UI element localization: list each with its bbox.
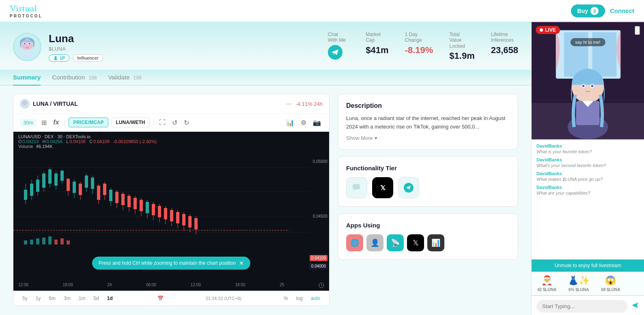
calendar-button[interactable]: 📅: [155, 294, 166, 302]
stat-market-cap-value: $41m: [366, 45, 388, 56]
svg-point-98: [591, 85, 593, 87]
auto-button[interactable]: auto: [308, 294, 323, 302]
chart-header: LUNA / VIRTUAL --- -4.11% 24h: [13, 94, 329, 114]
app-icon-1[interactable]: 🌐: [346, 234, 363, 251]
header-right: Buy 9 Connect: [571, 4, 634, 17]
svg-rect-76: [30, 240, 33, 244]
redo-button[interactable]: ↻: [182, 117, 191, 128]
tooltip-close-button[interactable]: ✕: [239, 260, 244, 266]
svg-rect-67: [176, 212, 179, 223]
stat-tvl-value: $1.9m: [449, 51, 474, 61]
avatar-image: [14, 34, 40, 60]
stat-inferences-label: Lifetime Inferences: [491, 32, 518, 43]
reward-item-2[interactable]: 👗✨ 6% $LUNA: [562, 272, 595, 295]
log-button[interactable]: log: [294, 294, 305, 302]
period-3m[interactable]: 3m: [61, 294, 73, 302]
timestamp: 21:14:22 (UTC+8): [206, 296, 241, 301]
reward-item-3[interactable]: 😱 69 $LUNA: [595, 272, 626, 295]
pct-button[interactable]: %: [281, 294, 291, 302]
chart-change-info: --- -4.11% 24h: [286, 101, 323, 107]
period-5d[interactable]: 5d: [91, 294, 101, 302]
tab-price-mcap[interactable]: PRICE/MCAP: [69, 118, 108, 127]
period-1m[interactable]: 1m: [76, 294, 88, 302]
price-low: 0.04000: [310, 262, 327, 269]
undo-button[interactable]: ↺: [170, 117, 179, 128]
live-anime-bg: say hi to me!: [532, 22, 644, 139]
profile-ticker: $LUNA: [49, 46, 103, 52]
candle-type-button[interactable]: ⊞: [40, 117, 48, 128]
live-dot: [540, 28, 543, 32]
app-icon-2[interactable]: 👤: [366, 234, 383, 251]
fx-button[interactable]: fx: [52, 117, 60, 128]
x-icon: 𝕏: [380, 184, 386, 192]
unmute-bar[interactable]: Unmute to enjoy full livestream: [532, 259, 644, 272]
header: Virtual PROTOCOL Buy 9 Connect: [0, 0, 644, 22]
price-high: 0.05000: [313, 159, 327, 164]
stat-chat-label: Chat With Me: [328, 32, 349, 43]
svg-rect-79: [48, 236, 52, 244]
chart-time-labels: 12:00 18:00 24 06:00 12:00 18:00 25: [13, 281, 329, 291]
svg-rect-17: [24, 190, 27, 200]
period-1d[interactable]: 1d: [105, 294, 115, 302]
svg-rect-80: [54, 240, 58, 244]
tab-summary[interactable]: Summary: [13, 70, 41, 86]
svg-line-85: [321, 285, 323, 286]
svg-rect-53: [134, 198, 137, 209]
chat-message-1: DavidBanks What is your favorite token?: [536, 144, 639, 154]
content-area: LUNA / VIRTUAL --- -4.11% 24h 30m ⊞ fx |…: [0, 86, 531, 306]
svg-rect-23: [42, 174, 45, 188]
settings-button[interactable]: ⚙: [299, 117, 308, 128]
logo-text: Virtual: [10, 3, 37, 14]
telegram-icon: [404, 183, 414, 193]
chat-icon-button[interactable]: [346, 177, 367, 198]
interval-30m[interactable]: 30m: [20, 118, 37, 127]
live-say-text: say hi to me!: [570, 38, 605, 46]
period-5y[interactable]: 5y: [20, 294, 30, 302]
tab-validate[interactable]: Validate 198: [108, 70, 141, 86]
badge-1p: 1P: [49, 54, 69, 62]
fullscreen-button[interactable]: ⛶: [157, 117, 167, 128]
svg-point-8: [54, 58, 57, 60]
live-close-button[interactable]: ×: [635, 26, 640, 35]
apps-row: 🌐 👤 📡 𝕏 📊: [346, 234, 510, 251]
description-text: Luna, once a radiant star of the interne…: [346, 114, 510, 131]
chart-body[interactable]: 0.05000 0.04500 0.04109 0.04000: [13, 151, 329, 281]
twitter-icon-button[interactable]: 𝕏: [372, 177, 393, 198]
stat-inferences-value: 23,658: [491, 45, 518, 56]
svg-rect-65: [170, 210, 173, 221]
period-1y[interactable]: 1y: [33, 294, 43, 302]
functionality-title: Functionality Tier: [346, 165, 510, 171]
live-video: LIVE ×: [532, 22, 644, 139]
profile-banner: Luna $LUNA 1P Influencer Chat: [0, 22, 531, 62]
reward-item-1[interactable]: 🎅 42 $LUNA: [532, 272, 562, 295]
app-icon-5[interactable]: 📊: [427, 234, 444, 251]
app-icon-4[interactable]: 𝕏: [407, 234, 424, 251]
app-icon-3[interactable]: 📡: [387, 234, 404, 251]
show-more-button[interactable]: Show More ▾: [346, 135, 510, 141]
live-chat-area: DavidBanks What is your favorite token? …: [532, 139, 644, 259]
camera-button[interactable]: 📷: [311, 117, 323, 128]
svg-rect-35: [79, 184, 82, 195]
period-6m[interactable]: 6m: [46, 294, 58, 302]
tab-contribution[interactable]: Contribution 198: [52, 70, 97, 86]
description-title: Description: [346, 102, 510, 109]
buy-button[interactable]: Buy 9: [571, 4, 605, 17]
telegram-icon-button[interactable]: [398, 177, 419, 198]
indicator-button[interactable]: 📊: [284, 117, 296, 128]
stat-tvl: Total Value Locked $1.9m: [449, 32, 474, 61]
tab-luna-weth[interactable]: LUNA/WETH: [112, 118, 150, 127]
chart-tooltip: Press and hold Ctrl while zooming to mai…: [92, 257, 250, 270]
send-button[interactable]: [631, 301, 639, 311]
svg-rect-21: [36, 180, 39, 192]
profile-info: Luna $LUNA 1P Influencer: [49, 32, 103, 62]
chat-input[interactable]: [536, 300, 628, 313]
telegram-icon[interactable]: [328, 45, 349, 62]
svg-rect-49: [121, 194, 125, 205]
svg-rect-37: [85, 176, 88, 188]
time-icon: [319, 283, 324, 288]
connect-button[interactable]: Connect: [610, 7, 634, 14]
svg-rect-69: [182, 214, 185, 225]
badge-influencer: Influencer: [73, 54, 103, 62]
price-mid: 0.04500: [313, 214, 327, 218]
candlestick-chart: [13, 151, 310, 249]
